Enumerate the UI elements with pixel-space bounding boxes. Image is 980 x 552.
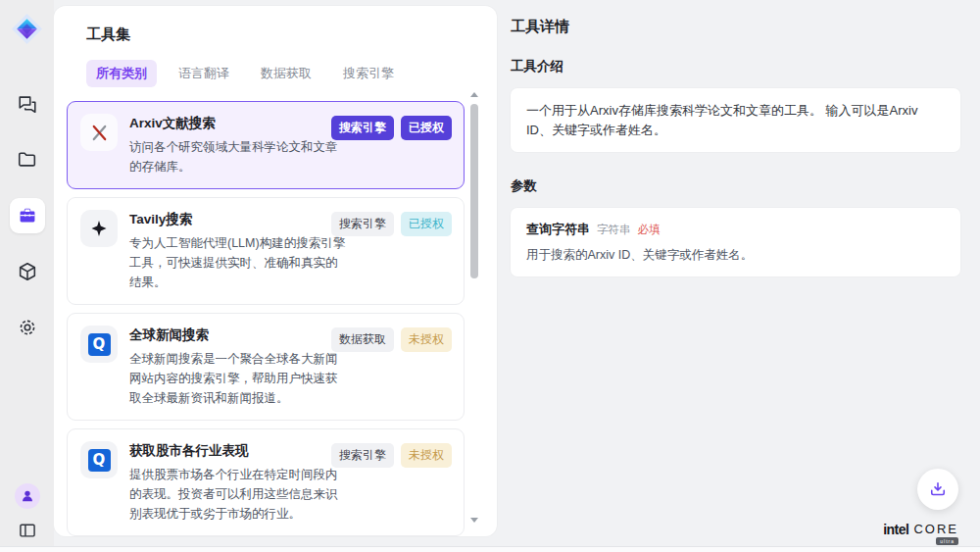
- user-avatar[interactable]: [15, 483, 40, 509]
- param-name: 查询字符串: [526, 221, 590, 238]
- auth-status-badge: 已授权: [401, 212, 452, 236]
- auth-status-badge: 未授权: [401, 327, 452, 352]
- download-button[interactable]: [917, 469, 958, 510]
- panel-toggle-button[interactable]: [18, 521, 37, 540]
- params-heading: 参数: [511, 177, 960, 195]
- left-icon-rail: [0, 0, 54, 552]
- tool-card-title: Tavily搜索: [129, 210, 319, 228]
- app-logo-icon: [11, 13, 43, 45]
- sidebar-item-settings[interactable]: [10, 310, 45, 345]
- intel-core-logo: intel core ultra: [883, 522, 958, 537]
- intro-heading: 工具介绍: [511, 58, 960, 75]
- toolset-title: 工具集: [54, 6, 497, 44]
- tavily-star-icon: [80, 210, 118, 247]
- gear-icon: [17, 317, 38, 338]
- intel-core-text: core: [913, 522, 958, 536]
- tool-card-desc: 提供股票市场各个行业在特定时间段内的表现。投资者可以利用这些信息来识别表现优于或…: [129, 465, 349, 524]
- toolbox-icon: [17, 205, 38, 226]
- intel-ultra-badge: ultra: [936, 537, 958, 545]
- tab-language-translation[interactable]: 语言翻译: [169, 60, 239, 87]
- intel-brand-text: intel: [883, 522, 908, 537]
- category-badge: 搜索引擎: [331, 116, 394, 140]
- avatar-icon: [20, 488, 35, 504]
- param-required-flag: 必填: [638, 223, 661, 237]
- tool-card-global-news[interactable]: Q 全球新闻搜索 全球新闻搜索是一个聚合全球各大新闻网站内容的搜索引擎，帮助用户…: [67, 313, 465, 421]
- list-scrollbar[interactable]: [469, 88, 479, 527]
- intro-box: 一个用于从Arxiv存储库搜索科学论文和文章的工具。 输入可以是Arxiv ID…: [511, 88, 960, 152]
- arxiv-icon: [80, 114, 118, 151]
- news-service-icon: Q: [80, 326, 118, 363]
- sidebar-item-chat[interactable]: [10, 86, 45, 122]
- sidebar-item-plugins[interactable]: [10, 254, 45, 289]
- scroll-down-icon[interactable]: [470, 518, 478, 523]
- folder-icon: [17, 149, 38, 171]
- tool-card-list: Arxiv文献搜索 访问各个研究领域大量科学论文和文章的存储库。 搜索引擎 已授…: [54, 99, 481, 536]
- sidebar-item-tools[interactable]: [10, 198, 45, 233]
- toolset-panel: 工具集 所有类别 语言翻译 数据获取 搜索引擎 Arxiv文献搜索 访问各个研究…: [54, 6, 497, 536]
- tab-all-categories[interactable]: 所有类别: [86, 60, 157, 87]
- tool-card-title: 获取股市各行业表现: [129, 441, 319, 460]
- scrollbar-thumb[interactable]: [470, 104, 478, 278]
- sidebar-item-files[interactable]: [10, 142, 45, 177]
- tool-card-desc: 访问各个研究领域大量科学论文和文章的存储库。: [129, 137, 349, 176]
- panel-toggle-icon: [18, 521, 37, 540]
- download-icon: [928, 479, 948, 499]
- chat-icon: [17, 93, 38, 115]
- param-box: 查询字符串 字符串 必填 用于搜索的Arxiv ID、关键字或作者姓名。: [511, 208, 960, 276]
- tool-card-title: Arxiv文献搜索: [129, 114, 319, 132]
- window-bottom-edge: [0, 546, 980, 552]
- news-service-icon: Q: [80, 441, 118, 478]
- tool-card-title: 全球新闻搜索: [129, 326, 319, 344]
- category-tabs: 所有类别 语言翻译 数据获取 搜索引擎: [54, 44, 497, 99]
- tool-card-arxiv[interactable]: Arxiv文献搜索 访问各个研究领域大量科学论文和文章的存储库。 搜索引擎 已授…: [67, 101, 465, 189]
- category-badge: 搜索引擎: [331, 443, 394, 468]
- scroll-up-icon[interactable]: [470, 92, 478, 97]
- tool-card-sector-performance[interactable]: Q 获取股市各行业表现 提供股票市场各个行业在特定时间段内的表现。投资者可以利用…: [67, 428, 465, 536]
- category-badge: 搜索引擎: [331, 212, 394, 236]
- auth-status-badge: 已授权: [401, 116, 452, 140]
- tab-search-engine[interactable]: 搜索引擎: [333, 60, 404, 87]
- auth-status-badge: 未授权: [401, 443, 452, 468]
- tool-card-desc: 专为人工智能代理(LLM)构建的搜索引擎工具，可快速提供实时、准确和真实的结果。: [129, 233, 349, 292]
- param-type: 字符串: [597, 223, 631, 237]
- tab-data-fetch[interactable]: 数据获取: [251, 60, 321, 87]
- cube-icon: [17, 261, 38, 282]
- details-title: 工具详情: [511, 18, 960, 36]
- tool-card-desc: 全球新闻搜索是一个聚合全球各大新闻网站内容的搜索引擎，帮助用户快速获取全球最新资…: [129, 349, 349, 408]
- tool-details-panel: 工具详情 工具介绍 一个用于从Arxiv存储库搜索科学论文和文章的工具。 输入可…: [497, 0, 980, 552]
- category-badge: 数据获取: [331, 327, 394, 352]
- param-desc: 用于搜索的Arxiv ID、关键字或作者姓名。: [526, 247, 945, 264]
- tool-card-tavily[interactable]: Tavily搜索 专为人工智能代理(LLM)构建的搜索引擎工具，可快速提供实时、…: [67, 197, 465, 305]
- intro-text: 一个用于从Arxiv存储库搜索科学论文和文章的工具。 输入可以是Arxiv ID…: [526, 101, 945, 139]
